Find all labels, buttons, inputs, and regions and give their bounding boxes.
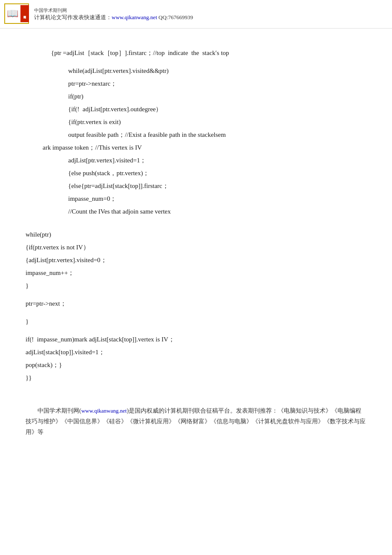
- code-line-10: {else push(stack，ptr.vertex)；: [26, 167, 366, 179]
- header-text-area: 中国学术期刊网 计算机论文写作发表快速通道：www.qikanwang.net …: [34, 7, 193, 21]
- logo-icon-area: 📖: [6, 5, 19, 22]
- footer-text-1: 中国学术期刊网(: [26, 408, 81, 414]
- book-icon: 📖: [7, 9, 18, 18]
- code-line-11: {else{ptr=adjList[stack[top]].firstarc；: [26, 179, 366, 192]
- code-line-8: ark impasse token；//This vertex is IV: [26, 141, 366, 154]
- site-url[interactable]: www.qikanwang.net: [112, 14, 157, 20]
- code-line-21: if(! impasse_num)mark adjList[stack[top]…: [26, 333, 366, 346]
- page-wrapper: 📖 期刊网 中国学术期刊网 计算机论文写作发表快速通道：www.qikanwan…: [0, 0, 392, 446]
- site-name: 中国学术期刊网: [34, 7, 193, 14]
- code-line-5: {if(! adjList[ptr.vertex].outdegree）: [26, 103, 366, 116]
- header: 📖 期刊网 中国学术期刊网 计算机论文写作发表快速通道：www.qikanwan…: [0, 0, 392, 29]
- blank-line-5: [26, 292, 366, 297]
- blank-line-3: [26, 218, 366, 223]
- site-description: 计算机论文写作发表快速通道：www.qikanwang.net QQ:76766…: [34, 14, 193, 21]
- blank-line-6: [26, 310, 366, 315]
- code-line-12: impasse_num=0；: [26, 192, 366, 205]
- footer-link[interactable]: www.qikanwang.net: [81, 408, 127, 414]
- code-line-1: {ptr =adjList［stack［top］].firstarc；//top…: [26, 46, 366, 59]
- logo-red-bar: 期刊网: [20, 5, 29, 22]
- code-line-23: pop(stack)；}: [26, 358, 366, 371]
- code-block: {ptr =adjList［stack［top］].firstarc；//top…: [26, 41, 366, 384]
- code-line-13: //Count the IVes that adjoin same vertex: [26, 205, 366, 218]
- site-desc-text: 计算机论文写作发表快速通道：: [34, 14, 112, 20]
- site-qq: QQ:767669939: [159, 14, 193, 20]
- blank-line-2: [26, 59, 366, 64]
- code-line-2: while(adjList[ptr.vertex].visited&&ptr): [26, 64, 366, 77]
- code-line-3: ptr=ptr->nextarc；: [26, 77, 366, 90]
- code-line-6: {if(ptr.vertex is exit): [26, 116, 366, 128]
- code-line-9: adjList[ptr.vertex].visited=1；: [26, 154, 366, 167]
- footer: 中国学术期刊网(www.qikanwang.net)是国内权威的计算机期刊联合征…: [0, 397, 392, 446]
- code-line-16: {adjList[ptr.vertex].visited=0；: [26, 254, 366, 266]
- code-line-22: adjList[stack[top]].visited=1；: [26, 346, 366, 358]
- blank-line-7: [26, 328, 366, 333]
- code-line-15: {if(ptr.vertex is not IV）: [26, 241, 366, 254]
- footer-text: 中国学术期刊网(www.qikanwang.net)是国内权威的计算机期刊联合征…: [26, 405, 366, 438]
- main-content: {ptr =adjList［stack［top］].firstarc；//top…: [0, 29, 392, 397]
- blank-line-1: [26, 41, 366, 46]
- code-line-7: output feasible path；//Exist a feasible …: [26, 128, 366, 141]
- code-line-20: }: [26, 315, 366, 328]
- code-line-24: }}: [26, 371, 366, 384]
- code-line-17: impasse_num++；: [26, 266, 366, 279]
- code-line-14: while(ptr): [26, 228, 366, 241]
- logo: 📖 期刊网: [4, 3, 30, 25]
- blank-line-4: [26, 223, 366, 228]
- code-line-18: }: [26, 279, 366, 292]
- code-line-4: if(ptr): [26, 90, 366, 103]
- code-line-19: ptr=ptr->next；: [26, 297, 366, 310]
